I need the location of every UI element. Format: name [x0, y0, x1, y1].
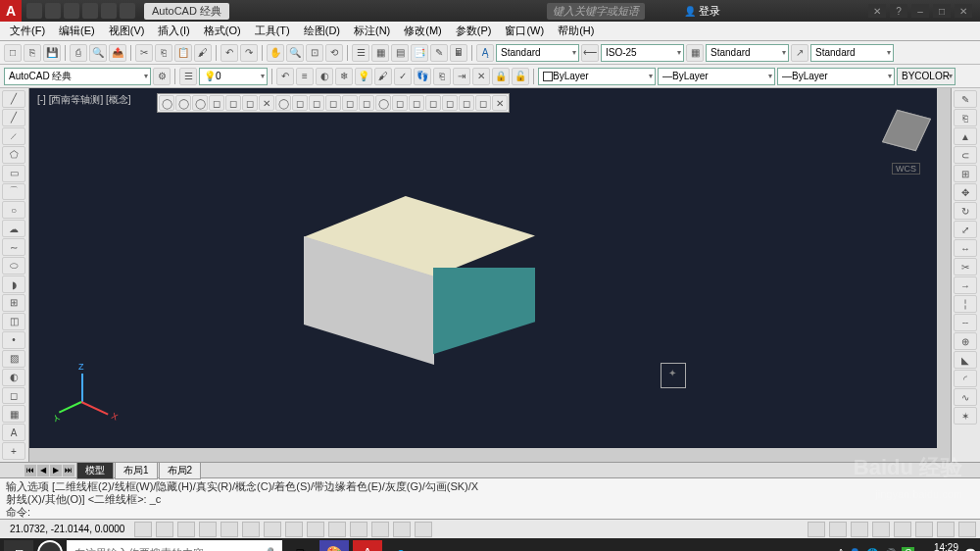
- dyn-icon[interactable]: [307, 522, 324, 537]
- insert-block-icon[interactable]: ⊞: [2, 294, 25, 312]
- help-search-input[interactable]: 键入关键字或短语: [547, 3, 645, 20]
- point-icon[interactable]: •: [2, 331, 25, 349]
- command-prompt[interactable]: 命令:: [6, 506, 974, 519]
- tab-first-icon[interactable]: ⏮: [24, 465, 36, 476]
- close-button[interactable]: ✕: [955, 4, 972, 18]
- autocad-icon[interactable]: A: [0, 0, 22, 22]
- polygon-icon[interactable]: ⬠: [2, 146, 25, 164]
- ft-5[interactable]: ◻: [225, 95, 241, 111]
- open-icon[interactable]: ⎘: [24, 44, 41, 62]
- qp-icon[interactable]: [371, 522, 389, 537]
- xline-icon[interactable]: ╱: [2, 109, 25, 126]
- line-icon[interactable]: ╱: [2, 90, 25, 108]
- array-icon[interactable]: ⊞: [954, 165, 977, 182]
- qat-save-icon[interactable]: [64, 3, 79, 19]
- rectangle-icon[interactable]: ▭: [2, 165, 25, 182]
- tpy-icon[interactable]: [350, 522, 368, 537]
- workspace-switcher[interactable]: AutoCAD 经典: [4, 68, 151, 85]
- tab-layout1[interactable]: 布局1: [115, 462, 158, 479]
- layer-merge-icon[interactable]: ⇥: [453, 68, 470, 85]
- clean-screen-icon[interactable]: [958, 522, 976, 537]
- layer-copy-icon[interactable]: ⎗: [433, 68, 451, 85]
- ucs-icon[interactable]: [54, 374, 113, 432]
- mleader-style-dropdown[interactable]: Standard: [810, 44, 894, 62]
- horizontal-scrollbar[interactable]: [29, 448, 937, 462]
- menu-modify[interactable]: 修改(M): [398, 22, 448, 40]
- ft-11[interactable]: ◻: [325, 95, 341, 111]
- table-style-dropdown[interactable]: Standard: [706, 44, 789, 62]
- maximize-button[interactable]: □: [933, 4, 951, 18]
- layer-iso-icon[interactable]: ◐: [316, 68, 333, 85]
- layer-match-icon[interactable]: 🖌: [374, 68, 392, 85]
- snap-icon[interactable]: [134, 522, 152, 537]
- menu-help[interactable]: 帮助(H): [552, 22, 600, 40]
- ft-18[interactable]: ◻: [442, 95, 458, 111]
- ft-10[interactable]: ◻: [309, 95, 324, 111]
- stretch-icon[interactable]: ↔: [954, 239, 977, 257]
- coordinates-display[interactable]: 21.0732, -21.0144, 0.0000: [4, 524, 130, 534]
- paste-icon[interactable]: 📋: [174, 44, 192, 62]
- ft-19[interactable]: ◻: [459, 95, 474, 111]
- save-icon[interactable]: 💾: [43, 44, 61, 62]
- layer-prev-icon[interactable]: ↶: [276, 68, 294, 85]
- erase-icon[interactable]: ✎: [954, 90, 977, 108]
- circle-icon[interactable]: ○: [2, 201, 25, 219]
- new-icon[interactable]: □: [4, 44, 22, 62]
- lock-ui-icon[interactable]: [894, 522, 911, 537]
- ft-17[interactable]: ◻: [425, 95, 441, 111]
- ft-1[interactable]: ◯: [159, 95, 174, 111]
- menu-view[interactable]: 视图(V): [103, 22, 151, 40]
- arc-icon[interactable]: ⌒: [2, 183, 25, 201]
- tray-people-icon[interactable]: 👤: [849, 548, 860, 552]
- layer-del-icon[interactable]: ✕: [472, 68, 490, 85]
- viewcube[interactable]: WCS: [882, 108, 931, 157]
- ellipse-arc-icon[interactable]: ◗: [2, 276, 25, 293]
- sheet-set-icon[interactable]: 📑: [411, 44, 428, 62]
- gradient-icon[interactable]: ◐: [2, 369, 25, 386]
- cut-icon[interactable]: ✂: [135, 44, 153, 62]
- properties-icon[interactable]: ☰: [352, 44, 369, 62]
- layer-manager-icon[interactable]: ☰: [179, 68, 197, 85]
- menu-dimension[interactable]: 标注(N): [348, 22, 396, 40]
- mirror-icon[interactable]: ▲: [954, 127, 977, 145]
- region-icon[interactable]: ◻: [2, 387, 25, 405]
- tray-ime-icon[interactable]: S: [902, 547, 914, 552]
- quick-view-icon[interactable]: [829, 522, 847, 537]
- lineweight-dropdown[interactable]: — ByLayer: [777, 68, 895, 85]
- ft-7[interactable]: ✕: [259, 95, 274, 111]
- redo-icon[interactable]: ↷: [240, 44, 258, 62]
- mtext-icon[interactable]: A: [2, 424, 25, 441]
- offset-icon[interactable]: ⊂: [954, 146, 977, 164]
- layer-state-icon[interactable]: ≡: [296, 68, 314, 85]
- taskview-icon[interactable]: ⧉: [286, 540, 316, 551]
- markup-icon[interactable]: ✎: [430, 44, 448, 62]
- copy-icon[interactable]: ⎗: [155, 44, 172, 62]
- ft-13[interactable]: ◻: [359, 95, 374, 111]
- model-space-icon[interactable]: [808, 522, 825, 537]
- notifications-icon[interactable]: 💬: [964, 548, 976, 552]
- tool-palette-icon[interactable]: ▤: [391, 44, 409, 62]
- start-button[interactable]: ⊞: [4, 540, 33, 551]
- qat-redo-icon[interactable]: [120, 3, 135, 19]
- ft-16[interactable]: ◻: [409, 95, 424, 111]
- ft-20[interactable]: ◻: [475, 95, 491, 111]
- break-icon[interactable]: ╌: [954, 314, 977, 331]
- zoom-prev-icon[interactable]: ⟲: [325, 44, 343, 62]
- menu-tools[interactable]: 工具(T): [249, 22, 296, 40]
- calc-icon[interactable]: 🖩: [450, 44, 467, 62]
- addselected-icon[interactable]: +: [2, 442, 25, 460]
- table-icon[interactable]: ▦: [2, 405, 25, 423]
- chamfer-icon[interactable]: ◣: [954, 351, 977, 369]
- qat-new-icon[interactable]: [26, 3, 42, 19]
- rotate-icon[interactable]: ↻: [954, 202, 977, 220]
- zoom-window-icon[interactable]: ⊡: [306, 44, 323, 62]
- layer-unlock-icon[interactable]: 🔓: [512, 68, 529, 85]
- ortho-icon[interactable]: [177, 522, 195, 537]
- ducs-icon[interactable]: [285, 522, 303, 537]
- color-dropdown[interactable]: ByLayer: [538, 68, 656, 85]
- help-icon[interactable]: ?: [890, 4, 907, 18]
- match-icon[interactable]: 🖌: [194, 44, 212, 62]
- extend-icon[interactable]: →: [954, 276, 977, 294]
- textstyle-icon[interactable]: Ą: [476, 44, 494, 62]
- clock[interactable]: 14:29 2019/1/8: [920, 542, 958, 551]
